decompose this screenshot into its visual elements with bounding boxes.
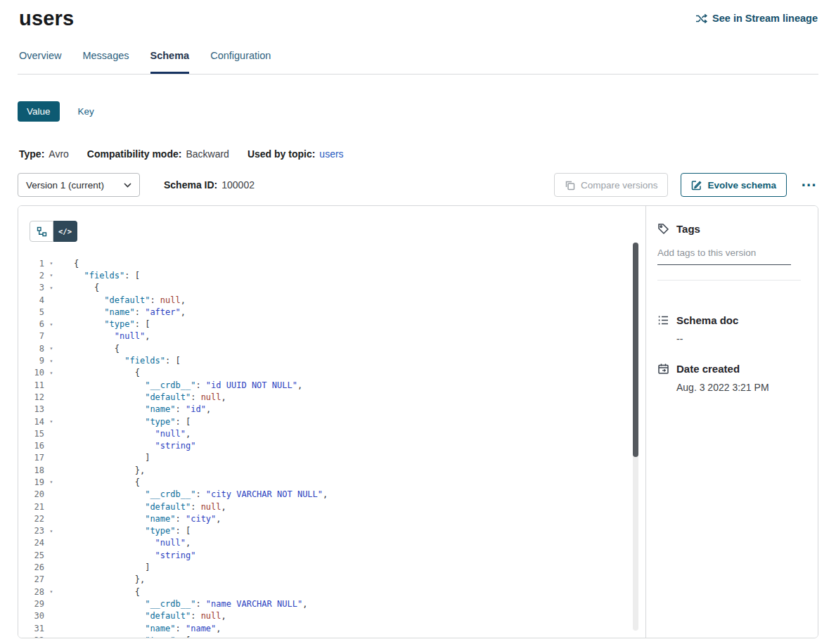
line-number: 4 <box>18 295 44 305</box>
code-line: 11 "__crdb__": "id UUID NOT NULL", <box>18 379 645 391</box>
line-number: 21 <box>18 502 44 512</box>
code-text: { <box>58 477 140 487</box>
fold-toggle-icon[interactable]: ▾ <box>44 345 58 352</box>
evolve-schema-button[interactable]: Evolve schema <box>681 173 787 197</box>
line-number: 3 <box>18 283 44 292</box>
fold-toggle-icon[interactable]: ▾ <box>44 588 58 595</box>
tags-input[interactable] <box>657 245 791 265</box>
schema-id-value: 100002 <box>221 179 255 191</box>
line-number: 30 <box>18 611 44 621</box>
line-number: 19 <box>18 477 44 487</box>
code-view-button[interactable]: </> <box>53 221 77 242</box>
more-options-button[interactable]: ⋯ <box>799 178 818 192</box>
line-number: 26 <box>18 562 44 572</box>
compatibility-label: Compatibility mode: <box>87 148 182 160</box>
code-text: { <box>58 368 140 378</box>
fold-toggle-icon[interactable]: ▾ <box>44 272 58 278</box>
code-line: 23▾ "type": [ <box>18 525 645 537</box>
line-number: 9 <box>18 356 44 366</box>
fold-toggle-icon[interactable]: ▾ <box>44 637 58 638</box>
schema-sidebar: Tags Schema doc -- <box>646 206 818 638</box>
line-number: 8 <box>18 344 44 354</box>
fold-toggle-icon[interactable]: ▾ <box>44 285 58 291</box>
code-line: 29 "__crdb__": "name VARCHAR NULL", <box>18 598 645 610</box>
code-line: 26 ] <box>18 561 645 573</box>
fold-toggle-icon[interactable]: ▾ <box>44 418 58 425</box>
line-number: 11 <box>18 380 44 390</box>
editor-scrollbar-thumb[interactable] <box>633 243 638 457</box>
line-number: 20 <box>18 489 44 499</box>
compare-versions-button[interactable]: Compare versions <box>554 173 669 197</box>
code-text: }, <box>58 465 145 475</box>
page-header: users See in Stream lineage <box>0 0 836 30</box>
code-line: 16 "string" <box>18 439 645 451</box>
fold-toggle-icon[interactable]: ▾ <box>44 321 58 328</box>
tab-overview[interactable]: Overview <box>19 50 61 74</box>
code-line: 4 "default": null, <box>18 294 645 306</box>
code-text: "default": null, <box>58 502 226 512</box>
schema-type-toggle: Value Key <box>18 101 836 122</box>
code-line: 7 "null", <box>18 330 645 342</box>
editor-scrollbar-track[interactable] <box>633 243 638 631</box>
code-text: "type": [ <box>58 319 150 329</box>
code-line: 14▾ "type": [ <box>18 416 645 427</box>
toolbar-actions: Compare versions Evolve schema ⋯ <box>554 173 818 197</box>
line-number: 14 <box>18 417 44 427</box>
code-lines: 1▾{2▾ "fields": [3▾ {4 "default": null,5… <box>18 257 645 638</box>
line-number: 12 <box>18 392 44 402</box>
tab-messages[interactable]: Messages <box>82 50 129 74</box>
tabs: OverviewMessagesSchemaConfiguration <box>0 50 836 74</box>
code-line: 13 "name": "id", <box>18 404 645 416</box>
fold-toggle-icon[interactable]: ▾ <box>44 479 58 485</box>
code-line: 3▾ { <box>18 282 645 294</box>
code-text: "name": "name", <box>58 624 221 633</box>
code-text: "fields": [ <box>58 356 181 366</box>
line-number: 24 <box>18 538 44 548</box>
stream-lineage-icon <box>695 13 707 24</box>
code-line: 25 "string" <box>18 549 645 561</box>
line-number: 6 <box>18 319 44 329</box>
tab-configuration[interactable]: Configuration <box>210 50 271 74</box>
tags-title: Tags <box>676 223 700 235</box>
used-by-topic-label: Used by topic: <box>247 148 315 160</box>
line-number: 16 <box>18 441 44 451</box>
line-number: 28 <box>18 587 44 597</box>
type-label: Type: <box>19 148 44 160</box>
tab-schema[interactable]: Schema <box>150 50 190 74</box>
fold-toggle-icon[interactable]: ▾ <box>44 370 58 376</box>
code-text: { <box>58 259 79 269</box>
value-toggle-button[interactable]: Value <box>18 101 60 122</box>
code-line: 22 "name": "city", <box>18 513 645 524</box>
fold-toggle-icon[interactable]: ▾ <box>44 260 58 266</box>
line-number: 13 <box>18 404 44 414</box>
tree-view-button[interactable] <box>30 221 53 242</box>
code-text: "string" <box>58 550 195 560</box>
line-number: 10 <box>18 368 44 378</box>
fold-toggle-icon[interactable]: ▾ <box>44 358 58 364</box>
code-text: "type": [ <box>58 417 191 427</box>
code-text: { <box>58 587 140 597</box>
code-line: 2▾ "fields": [ <box>18 269 645 281</box>
line-number: 18 <box>18 465 44 475</box>
date-created-section: Date created Aug. 3 2022 3:21 PM <box>657 363 801 393</box>
date-created-header: Date created <box>657 363 801 375</box>
line-number: 2 <box>18 271 44 281</box>
stream-lineage-link[interactable]: See in Stream lineage <box>695 13 818 24</box>
code-text: "type": [ <box>58 636 191 638</box>
fold-toggle-icon[interactable]: ▾ <box>44 528 58 534</box>
line-number: 31 <box>18 624 44 633</box>
topic-link[interactable]: users <box>319 148 343 160</box>
line-number: 5 <box>18 307 44 317</box>
compare-versions-icon <box>565 180 575 191</box>
schema-meta-row: Type: Avro Compatibility mode: Backward … <box>19 148 836 160</box>
line-number: 29 <box>18 599 44 609</box>
tag-icon <box>657 223 669 235</box>
type-value: Avro <box>49 148 69 160</box>
version-select[interactable]: Version 1 (current) <box>18 173 140 197</box>
editor-view-toggle: </> <box>30 221 77 242</box>
line-number: 23 <box>18 526 44 536</box>
code-text: "fields": [ <box>58 271 140 281</box>
code-line: 18 }, <box>18 464 645 476</box>
schema-doc-section: Schema doc -- <box>657 314 801 344</box>
key-toggle-button[interactable]: Key <box>78 106 94 117</box>
